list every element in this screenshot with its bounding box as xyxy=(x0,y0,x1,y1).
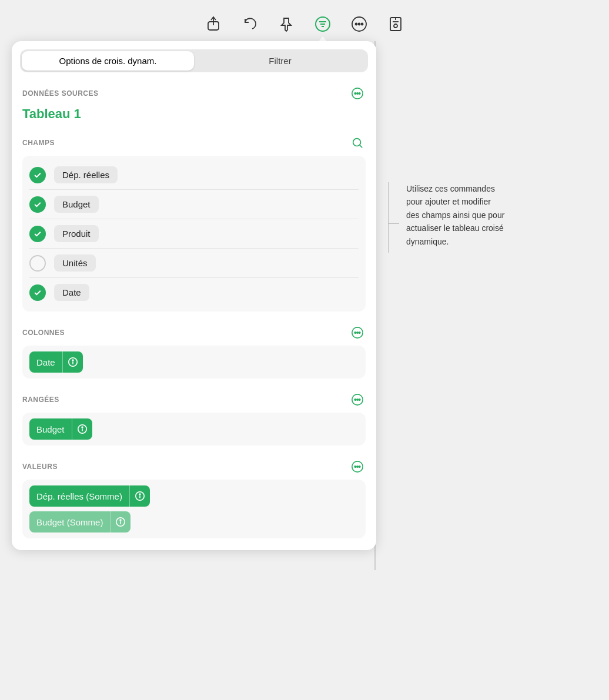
toolbar xyxy=(0,0,609,41)
tag-budget-somme-label: Budget (Somme) xyxy=(29,517,110,527)
svg-point-22 xyxy=(357,332,358,333)
section-rangees: RANGÉES Budget xyxy=(22,391,366,446)
tag-dep-reelles-somme-info[interactable] xyxy=(129,485,150,507)
field-label-unites[interactable]: Unités xyxy=(54,254,96,272)
more-icon[interactable] xyxy=(349,14,369,34)
svg-point-33 xyxy=(82,427,83,428)
field-checkbox-budget[interactable] xyxy=(29,196,46,213)
tag-date-colonnes-label: Date xyxy=(29,357,62,367)
tab-options[interactable]: Options de crois. dynam. xyxy=(22,51,194,71)
menu-icon[interactable] xyxy=(313,14,333,34)
svg-point-18 xyxy=(353,139,361,146)
tab-filter[interactable]: Filtrer xyxy=(194,51,366,71)
panel-content: DONNÉES SOURCES Tableau 1 CHAMPS xyxy=(12,72,376,550)
tag-dep-reelles-somme-label: Dép. réelles (Somme) xyxy=(29,491,129,501)
undo-icon[interactable] xyxy=(240,14,260,34)
section-valeurs: VALEURS Dép. réelles (Somme) xyxy=(22,458,366,538)
svg-point-30 xyxy=(359,399,360,400)
section-header-donnees: DONNÉES SOURCES xyxy=(22,85,366,102)
field-checkbox-dep-reelles[interactable] xyxy=(29,167,46,183)
svg-point-17 xyxy=(359,93,360,94)
fields-list: Dép. réelles Budget xyxy=(22,156,366,312)
svg-line-19 xyxy=(360,145,362,148)
svg-point-7 xyxy=(356,24,357,25)
field-item-date: Date xyxy=(29,278,359,307)
section-title-rangees: RANGÉES xyxy=(22,396,59,404)
svg-point-21 xyxy=(354,332,356,333)
svg-point-36 xyxy=(357,466,358,467)
share-icon[interactable] xyxy=(203,14,223,34)
tooltip-text: Utilisez ces commandes pour ajouter et m… xyxy=(399,182,504,248)
svg-point-40 xyxy=(139,494,140,495)
field-checkbox-unites[interactable] xyxy=(29,255,46,272)
svg-point-23 xyxy=(359,332,360,333)
section-colonnes: COLONNES Date xyxy=(22,324,366,379)
svg-point-37 xyxy=(359,466,360,467)
valeurs-more-btn[interactable] xyxy=(349,458,366,475)
field-label-date[interactable]: Date xyxy=(54,284,89,301)
tag-date-colonnes-info[interactable] xyxy=(62,351,83,373)
svg-point-15 xyxy=(354,93,356,94)
tag-budget-rangees-label: Budget xyxy=(29,424,72,434)
valeurs-tags: Dép. réelles (Somme) Budget (Somme) xyxy=(22,480,366,538)
field-item-produit: Produit xyxy=(29,219,359,249)
tooltip-area: Utilisez ces commandes pour ajouter et m… xyxy=(388,182,597,253)
section-title-valeurs: VALEURS xyxy=(22,463,58,471)
pin-icon[interactable] xyxy=(276,14,296,34)
section-header-colonnes: COLONNES xyxy=(22,324,366,341)
rangees-tags: Budget xyxy=(22,413,366,446)
field-item-unites: Unités xyxy=(29,249,359,278)
svg-point-29 xyxy=(357,399,358,400)
tab-bar: Options de crois. dynam. Filtrer xyxy=(20,49,368,72)
field-item-dep-reelles: Dép. réelles xyxy=(29,160,359,190)
colonnes-tags: Date xyxy=(22,346,366,379)
field-label-budget[interactable]: Budget xyxy=(54,196,99,213)
tag-date-colonnes[interactable]: Date xyxy=(29,351,83,373)
svg-point-26 xyxy=(72,360,73,361)
tag-budget-somme[interactable]: Budget (Somme) xyxy=(29,511,130,532)
svg-point-28 xyxy=(354,399,356,400)
champs-search-btn[interactable] xyxy=(349,135,366,151)
tag-budget-somme-info[interactable] xyxy=(110,511,130,532)
svg-point-8 xyxy=(359,24,360,25)
section-title-colonnes: COLONNES xyxy=(22,329,65,337)
doc-settings-icon[interactable] xyxy=(386,14,406,34)
field-item-budget: Budget xyxy=(29,190,359,219)
main-panel: Options de crois. dynam. Filtrer DONNÉES… xyxy=(12,41,376,550)
field-checkbox-produit[interactable] xyxy=(29,226,46,242)
section-donnees-sources: DONNÉES SOURCES Tableau 1 xyxy=(22,85,366,122)
tag-budget-rangees[interactable]: Budget xyxy=(29,418,92,440)
field-checkbox-date[interactable] xyxy=(29,284,46,301)
section-header-champs: CHAMPS xyxy=(22,135,366,151)
colonnes-more-btn[interactable] xyxy=(349,324,366,341)
field-label-produit[interactable]: Produit xyxy=(54,225,99,242)
section-header-rangees: RANGÉES xyxy=(22,391,366,408)
section-title-donnees: DONNÉES SOURCES xyxy=(22,89,99,98)
tag-dep-reelles-somme[interactable]: Dép. réelles (Somme) xyxy=(29,485,150,507)
svg-point-35 xyxy=(354,466,356,467)
tag-budget-rangees-info[interactable] xyxy=(72,418,92,440)
donnees-more-btn[interactable] xyxy=(349,85,366,102)
field-label-dep-reelles[interactable]: Dép. réelles xyxy=(54,166,118,183)
svg-point-43 xyxy=(120,520,121,521)
svg-point-11 xyxy=(394,24,397,28)
svg-point-16 xyxy=(357,93,358,94)
section-header-valeurs: VALEURS xyxy=(22,458,366,475)
section-champs: CHAMPS Dép. réelles xyxy=(22,135,366,312)
rangees-more-btn[interactable] xyxy=(349,391,366,408)
source-name[interactable]: Tableau 1 xyxy=(22,106,366,122)
section-title-champs: CHAMPS xyxy=(22,139,55,147)
svg-point-9 xyxy=(362,24,363,25)
